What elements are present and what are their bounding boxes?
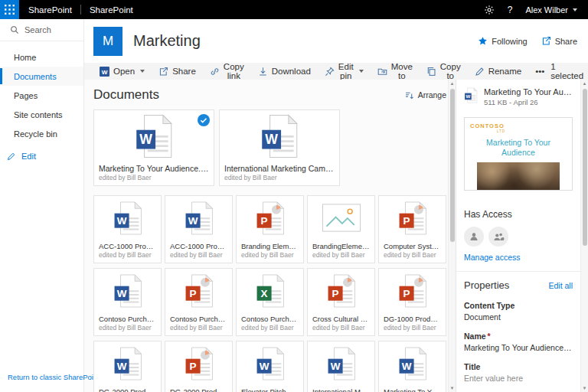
arrange-button[interactable]: Arrange <box>404 90 446 100</box>
site-navigation-sidebar: Search HomeDocumentsPagesSite contentsRe… <box>0 19 84 392</box>
file-tile[interactable]: W Elevator Pitch.docx edited by Bill Bae… <box>236 341 304 392</box>
edit-navigation-button[interactable]: Edit <box>0 146 83 165</box>
details-file-meta: 511 KB - April 26 <box>484 98 573 106</box>
file-tile[interactable]: W Contoso Purchasing ... edited by Bill … <box>93 268 162 336</box>
copy-to-button[interactable]: Copy to <box>420 63 467 80</box>
sidebar-item-site-contents[interactable]: Site contents <box>0 105 83 124</box>
following-button[interactable]: Following <box>478 36 527 46</box>
app-launcher-icon[interactable] <box>0 0 19 19</box>
sidebar-item-home[interactable]: Home <box>0 47 83 67</box>
scroll-up-icon[interactable]: ▲ <box>449 80 456 87</box>
sidebar-item-recycle-bin[interactable]: Recycle bin <box>0 124 83 143</box>
file-tile[interactable]: P DG-2000 Product Pit... edited by Bill … <box>165 341 233 392</box>
svg-text:P: P <box>332 287 338 299</box>
file-edited-by: edited by Bill Baer <box>224 174 335 181</box>
open-button[interactable]: WOpen <box>93 63 151 80</box>
property-label: Content Type <box>464 301 573 310</box>
chevron-down-icon <box>140 70 145 73</box>
property-value[interactable]: Marketing To Your Audience.docx <box>464 343 573 352</box>
file-tile[interactable]: X Contoso Purchasing ... edited by Bill … <box>236 268 304 336</box>
scrollbar-thumb[interactable] <box>450 89 455 242</box>
file-tile[interactable]: P Cross Cultural Market... edited by Bil… <box>307 268 375 336</box>
sort-icon <box>404 90 414 100</box>
details-pane-scrollbar[interactable]: ▲ ▼ <box>580 80 588 392</box>
property-field: Content Type Document <box>464 301 573 322</box>
svg-text:P: P <box>260 214 267 226</box>
ppt-file-icon: P <box>255 201 286 236</box>
file-edited-by: edited by Bill Baer <box>99 251 156 259</box>
svg-text:X: X <box>260 287 267 299</box>
file-name: ACC-1000 Product Sp... <box>170 242 227 250</box>
download-button[interactable]: Download <box>252 63 317 80</box>
file-tile[interactable]: W ACC-1000 Product Sp... edited by Bill … <box>93 195 162 263</box>
search-input[interactable]: Search <box>0 19 83 41</box>
manage-access-link[interactable]: Manage access <box>464 253 521 262</box>
svg-text:W: W <box>259 360 269 371</box>
property-value[interactable]: Document <box>464 312 573 322</box>
selection-check-badge[interactable] <box>198 114 210 126</box>
following-label: Following <box>492 37 527 46</box>
svg-text:W: W <box>188 214 198 226</box>
command-label: Edit pin <box>338 62 354 80</box>
file-tile[interactable]: P DG-1000 Product Ov... edited by Bill B… <box>378 268 446 336</box>
command-label: ••• <box>535 67 544 76</box>
site-logo[interactable]: M <box>93 27 122 56</box>
share-icon <box>541 36 551 46</box>
people-group-icon[interactable] <box>488 227 508 247</box>
user-menu[interactable]: Alex Wilber <box>525 5 577 15</box>
word-file-icon: W <box>134 113 174 159</box>
file-tile[interactable]: P Computer Systems In... edited by Bill … <box>378 195 446 263</box>
scroll-down-icon[interactable]: ▼ <box>449 384 456 392</box>
file-tile[interactable]: W International Marketing Campaigns.docx… <box>219 109 340 186</box>
move-to-button[interactable]: Move to <box>371 63 419 80</box>
selected-count: 1 selected <box>550 62 583 80</box>
share-label: Share <box>555 37 577 46</box>
sidebar-item-pages[interactable]: Pages <box>0 86 83 105</box>
scrollbar-thumb[interactable] <box>583 89 587 246</box>
file-tile[interactable]: W ACC-1000 Product Sp... edited by Bill … <box>165 195 233 263</box>
more-commands-button[interactable]: ••• <box>529 63 550 80</box>
share-site-button[interactable]: Share <box>541 36 577 46</box>
command-bar: WOpenShareCopy linkDownloadEdit pinMove … <box>84 63 588 80</box>
svg-text:W: W <box>116 214 126 226</box>
gear-icon <box>484 5 495 15</box>
file-name: Contoso Purchasing ... <box>241 315 299 323</box>
content-scrollbar[interactable]: ▲ ▼ <box>448 80 456 392</box>
details-file-name: Marketing To Your Audien... <box>484 87 573 96</box>
file-tile[interactable]: BrandingElements.png edited by Bill Baer <box>307 195 375 263</box>
share-button[interactable]: Share <box>152 63 202 80</box>
return-to-classic-link[interactable]: Return to classic SharePoint <box>8 373 100 381</box>
edit-all-link[interactable]: Edit all <box>548 281 573 290</box>
file-tile[interactable]: W Marketing To Your A... edited by Bill … <box>378 341 446 392</box>
copy-link-button[interactable]: Copy link <box>204 63 250 80</box>
ppt-file-icon: P <box>184 273 214 309</box>
pin-icon <box>325 67 335 77</box>
suite-brand[interactable]: SharePoint <box>28 5 72 15</box>
scroll-down-icon[interactable]: ▼ <box>581 384 588 392</box>
edit-pin-button[interactable]: Edit pin <box>318 63 370 80</box>
help-button[interactable]: ? <box>508 5 513 15</box>
svg-text:W: W <box>466 93 471 99</box>
file-edited-by: edited by Bill Baer <box>99 324 156 332</box>
rename-button[interactable]: Rename <box>469 63 528 80</box>
copy-icon <box>426 67 436 77</box>
svg-text:W: W <box>139 131 152 146</box>
file-tile[interactable]: P Contoso Purchasing ... edited by Bill … <box>165 268 233 336</box>
svg-text:W: W <box>330 360 340 371</box>
site-brand-link[interactable]: SharePoint <box>90 5 133 15</box>
file-tile[interactable]: W Marketing To Your Audience.docx edited… <box>93 109 214 186</box>
property-value[interactable]: Enter value here <box>464 374 573 383</box>
download-icon <box>258 67 268 77</box>
scroll-up-icon[interactable]: ▲ <box>581 80 588 87</box>
sidebar-item-documents[interactable]: Documents <box>0 67 83 86</box>
settings-gear-icon[interactable] <box>484 5 495 15</box>
file-name: Elevator Pitch.docx <box>241 387 299 392</box>
file-name: BrandingElements.png <box>312 242 370 250</box>
word-file-icon: W <box>260 113 299 159</box>
file-tile[interactable]: P Branding Elements.p... edited by Bill … <box>236 195 304 263</box>
person-icon[interactable] <box>464 227 484 247</box>
file-tile[interactable]: W DG-2000 Product Ov... edited by Bill B… <box>93 341 162 392</box>
document-preview[interactable]: CONTOSO LTD Marketing To Your Audience <box>464 117 573 191</box>
ppt-file-icon: P <box>397 201 428 236</box>
file-tile[interactable]: W International Marketi... edited by Bil… <box>307 341 375 392</box>
